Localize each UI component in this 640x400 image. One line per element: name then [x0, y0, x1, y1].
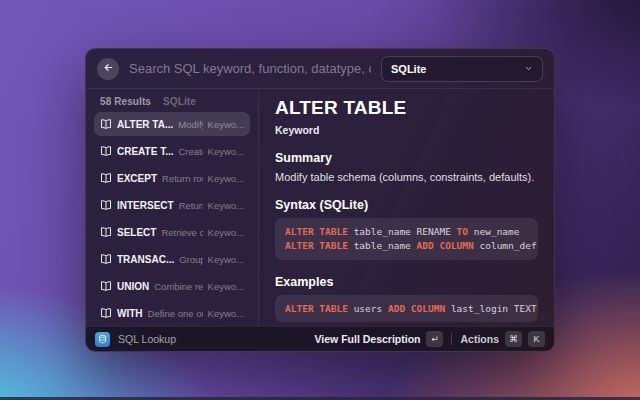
app-name: SQL Lookup — [118, 333, 176, 345]
list-item-accessory: Keywo... — [208, 173, 244, 184]
sql-lookup-window: SQLite 58 Results SQLite ALTER TA... Mod… — [85, 48, 555, 352]
engine-dropdown[interactable]: SQLite — [381, 56, 543, 82]
engine-dropdown-value: SQLite — [391, 63, 426, 75]
book-icon — [100, 307, 112, 319]
detail-sections: Summary Modify table schema (columns, co… — [275, 151, 538, 326]
section-text: Modify table schema (columns, constraint… — [275, 171, 538, 183]
list-item-subtitle: Retrieve colu... — [161, 227, 202, 238]
back-arrow-icon — [103, 62, 114, 75]
results-list: ALTER TA... Modify ta... Keywo... CREATE… — [94, 112, 250, 326]
list-item[interactable]: EXCEPT Return rows f... Keywo... — [94, 166, 250, 190]
list-item-subtitle: Create a... — [178, 146, 202, 157]
list-item-accessory: Keywo... — [208, 308, 244, 319]
list-item-accessory: Keywo... — [208, 200, 244, 211]
return-key-icon: ↵ — [426, 331, 443, 347]
list-item-title: EXCEPT — [117, 173, 157, 184]
chevron-down-icon — [524, 64, 533, 73]
list-item-accessory: Keywo... — [208, 146, 244, 157]
list-item-accessory: Keywo... — [208, 281, 244, 292]
list-item[interactable]: UNION Combine resul... Keywo... — [94, 274, 250, 298]
code-block: ALTER TABLE users ADD COLUMN last_login … — [275, 295, 538, 323]
actions-button[interactable]: Actions ⌘ K — [460, 331, 545, 347]
book-icon — [100, 226, 112, 238]
view-full-description-button[interactable]: View Full Description ↵ — [314, 331, 443, 347]
list-item-subtitle: Group st... — [179, 254, 202, 265]
list-item[interactable]: SELECT Retrieve colu... Keywo... — [94, 220, 250, 244]
code-block: ALTER TABLE table_name RENAME TO new_nam… — [275, 218, 538, 260]
list-item[interactable]: ALTER TA... Modify ta... Keywo... — [94, 112, 250, 136]
list-item-title: ALTER TA... — [117, 119, 173, 130]
book-icon — [100, 172, 112, 184]
list-item-accessory: Keywo... — [208, 227, 244, 238]
section-body: ALTER TABLE table_name RENAME TO new_nam… — [275, 218, 538, 260]
list-item-subtitle: Modify ta... — [178, 119, 202, 130]
list-item-subtitle: Return ro... — [179, 200, 203, 211]
book-icon — [100, 145, 112, 157]
detail-section: Syntax (SQLite) ALTER TABLE table_name R… — [275, 198, 538, 260]
list-item[interactable]: INTERSECT Return ro... Keywo... — [94, 193, 250, 217]
search-bar: SQLite — [86, 49, 554, 89]
list-item-title: SELECT — [117, 227, 156, 238]
main-content: 58 Results SQLite ALTER TA... Modify ta.… — [86, 89, 554, 326]
footer-bar: SQL Lookup View Full Description ↵ Actio… — [86, 326, 554, 351]
list-item-subtitle: Combine resul... — [154, 281, 202, 292]
results-scope: SQLite — [163, 96, 196, 107]
book-icon — [100, 118, 112, 130]
list-item-title: INTERSECT — [117, 200, 174, 211]
database-icon — [95, 332, 110, 347]
footer-actions: View Full Description ↵ Actions ⌘ K — [314, 331, 545, 347]
list-item-title: CREATE T... — [117, 146, 173, 157]
list-item-title: TRANSAC... — [117, 254, 174, 265]
detail-panel: ALTER TABLE Keyword Summary Modify table… — [259, 89, 554, 326]
book-icon — [100, 253, 112, 265]
list-item[interactable]: CREATE T... Create a... Keywo... — [94, 139, 250, 163]
detail-section: Summary Modify table schema (columns, co… — [275, 151, 538, 183]
section-heading: Syntax (SQLite) — [275, 198, 538, 212]
list-item-subtitle: Return rows f... — [162, 173, 203, 184]
list-item-title: WITH — [117, 308, 143, 319]
list-item[interactable]: TRANSAC... Group st... Keywo... — [94, 247, 250, 271]
section-body: Modify table schema (columns, constraint… — [275, 171, 538, 183]
results-count: 58 Results — [100, 96, 151, 107]
actions-label: Actions — [460, 333, 499, 345]
list-item-accessory: Keywo... — [208, 119, 244, 130]
section-heading: Summary — [275, 151, 538, 165]
results-sidebar: 58 Results SQLite ALTER TA... Modify ta.… — [86, 89, 259, 326]
desktop-background: SQLite 58 Results SQLite ALTER TA... Mod… — [0, 0, 640, 400]
list-item-title: UNION — [117, 281, 149, 292]
detail-title: ALTER TABLE — [275, 97, 538, 119]
command-key-icon: ⌘ — [505, 331, 522, 347]
list-item-accessory: Keywo... — [208, 254, 244, 265]
list-item-subtitle: Define one or m... — [148, 308, 203, 319]
book-icon — [100, 199, 112, 211]
results-header: 58 Results SQLite — [94, 94, 250, 112]
list-item[interactable]: WITH Define one or m... Keywo... — [94, 301, 250, 325]
footer-divider — [451, 333, 452, 345]
view-full-description-label: View Full Description — [314, 333, 420, 345]
search-input[interactable] — [129, 61, 371, 76]
detail-type-label: Keyword — [275, 124, 538, 136]
book-icon — [100, 280, 112, 292]
section-heading: Examples — [275, 275, 538, 289]
detail-section: Examples ALTER TABLE users ADD COLUMN la… — [275, 275, 538, 323]
section-body: ALTER TABLE users ADD COLUMN last_login … — [275, 295, 538, 323]
back-button[interactable] — [97, 58, 119, 80]
k-key-icon: K — [528, 331, 545, 347]
